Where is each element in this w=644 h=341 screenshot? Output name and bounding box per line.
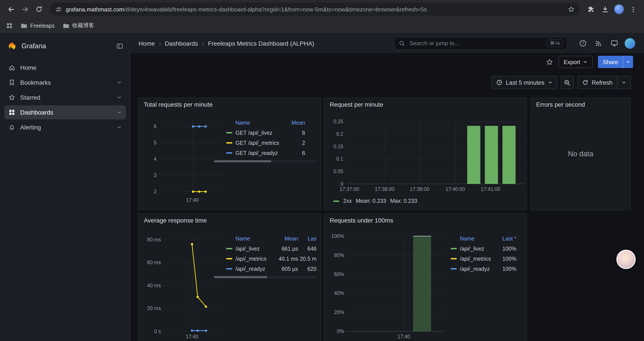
svg-text:0 s: 0 s (154, 328, 161, 334)
panel-title[interactable]: Request per minute (330, 101, 383, 108)
downloads-button[interactable] (598, 3, 612, 16)
svg-text:0.15: 0.15 (334, 144, 343, 149)
news-button[interactable] (592, 37, 604, 49)
legend-row[interactable]: /api/_readyz 605 µs 620 (226, 264, 316, 274)
scrollbar-thumb[interactable] (214, 276, 267, 278)
legend-col-last[interactable]: Last * (494, 236, 516, 242)
time-range-picker[interactable]: Last 5 minutes (492, 76, 557, 89)
folder-icon (62, 22, 69, 29)
chevron-down-icon (622, 80, 626, 85)
browser-profile-button[interactable] (612, 3, 626, 16)
legend-row[interactable]: GET /api/_livez 6 (226, 128, 305, 138)
panel-title[interactable]: Requests under 100ms (330, 217, 393, 224)
sidebar-item-starred[interactable]: Starred (4, 90, 126, 104)
browser-back-button[interactable] (4, 3, 18, 16)
legend-line[interactable]: 2xx Mean: 0.233 Max: 0.233 (333, 198, 417, 204)
series-name[interactable]: /api/_livez (460, 245, 484, 252)
series-name[interactable]: GET /api/_livez (236, 130, 272, 136)
refresh-button[interactable]: Refresh (577, 76, 631, 89)
request-rate-chart[interactable]: 00.050.10.150.20.2517:37:0017:38:0017:39… (328, 115, 525, 198)
share-button[interactable]: Share (598, 56, 633, 68)
legend-row[interactable]: /api/_livez 100% (451, 244, 516, 254)
screen: grafana.mathmast.com/d/deytv4rwavabkb/fr… (0, 0, 644, 341)
series-name[interactable]: 2xx (343, 198, 352, 204)
bookmark-folder-freeleaps[interactable]: Freeleaps (20, 22, 54, 29)
favorite-dashboard-button[interactable] (546, 58, 553, 66)
svg-text:0: 0 (340, 181, 343, 187)
url-text: grafana.mathmast.com/d/deytv4rwavabkb/fr… (66, 6, 564, 13)
refresh-interval-button[interactable] (622, 80, 626, 85)
extensions-button[interactable] (584, 3, 598, 16)
search-box[interactable]: ⌘+k (394, 37, 568, 50)
sidebar-item-alerting[interactable]: Alerting (4, 120, 126, 134)
legend-row[interactable]: GET /api/_readyz 6 (226, 148, 305, 158)
breadcrumb-separator: › (159, 40, 161, 47)
apps-grid-button[interactable] (6, 22, 13, 29)
site-settings-icon[interactable] (55, 6, 62, 13)
address-bar[interactable]: grafana.mathmast.com/d/deytv4rwavabkb/fr… (50, 3, 580, 16)
url-domain: grafana.mathmast.com (66, 6, 124, 13)
legend-col-name[interactable]: Name (236, 236, 274, 242)
legend-col-mean[interactable]: Mean (274, 236, 298, 242)
user-menu-button[interactable] (624, 37, 636, 49)
browser-reload-button[interactable] (32, 3, 46, 16)
legend-row[interactable]: /api/_livez 661 µs 646 (226, 244, 316, 254)
series-name[interactable]: /api/_metrics (460, 256, 491, 262)
no-data-message: No data (531, 98, 630, 210)
export-button[interactable]: Export (558, 56, 593, 68)
bookmark-folder-blogs[interactable]: 收藏博客 (62, 22, 94, 30)
legend-row[interactable]: /api/_readyz 100% (451, 264, 516, 274)
sidebar-nav: Home Bookmarks Starred Dashboards (4, 61, 126, 134)
legend-col-mean[interactable]: Mean (283, 120, 305, 126)
share-menu-button[interactable] (623, 56, 633, 68)
zoom-out-time-button[interactable] (560, 76, 574, 89)
legend-col-name[interactable]: Name (236, 120, 283, 126)
legend-row[interactable]: /api/_metrics 40.1 ms 20.5 m (226, 254, 316, 264)
chevron-down-icon (626, 60, 630, 64)
bookmark-star-icon[interactable] (568, 6, 575, 13)
legend-col-last[interactable]: Las (298, 236, 316, 242)
legend-row[interactable]: /api/_metrics 100% (451, 254, 516, 264)
panel-title[interactable]: Average response time (144, 217, 207, 224)
breadcrumb-home[interactable]: Home (138, 40, 155, 47)
svg-text:17:38:00: 17:38:00 (375, 186, 394, 192)
home-icon (8, 64, 15, 71)
under-100ms-chart[interactable]: 0%20%40%60%80%100%17:40 (328, 229, 451, 341)
series-name[interactable]: /api/_readyz (460, 266, 490, 272)
avg-response-chart[interactable]: 0 s20 ms40 ms60 ms80 ms17:40 (142, 229, 228, 341)
svg-text:17:40:00: 17:40:00 (446, 186, 465, 192)
series-name[interactable]: GET /api/_readyz (236, 150, 278, 156)
svg-text:2: 2 (154, 189, 156, 194)
browser-forward-button[interactable] (18, 3, 32, 16)
series-name[interactable]: GET /api/_metrics (236, 140, 279, 146)
grafana-logo[interactable] (7, 41, 17, 51)
floating-avatar[interactable] (616, 250, 636, 269)
legend-col-name[interactable]: Name (460, 236, 494, 242)
sidebar-item-dashboards[interactable]: Dashboards (4, 105, 126, 119)
series-mean: 2 (283, 140, 305, 146)
svg-text:0.25: 0.25 (334, 119, 343, 124)
series-name[interactable]: /api/_metrics (236, 256, 266, 262)
refresh-icon (582, 80, 588, 86)
browser-menu-button[interactable] (626, 3, 640, 16)
collapse-sidebar-button[interactable] (116, 43, 123, 50)
url-path: /d/deytv4rwavabkb/freeleaps-metrics-dash… (124, 6, 427, 13)
svg-text:6: 6 (154, 124, 156, 129)
help-button[interactable]: ? (576, 37, 589, 49)
refresh-label: Refresh (592, 79, 612, 86)
svg-text:?: ? (582, 41, 584, 46)
search-input[interactable] (408, 40, 543, 47)
panel-title[interactable]: Total requests per minute (144, 101, 212, 108)
svg-text:0.2: 0.2 (336, 131, 343, 137)
scrollbar-thumb[interactable] (214, 160, 271, 162)
total-requests-chart[interactable]: 2345617:40 (142, 113, 225, 208)
legend-row[interactable]: GET /api/_metrics 2 (226, 138, 305, 148)
sidebar-item-bookmarks[interactable]: Bookmarks (4, 76, 126, 90)
display-button[interactable] (608, 37, 620, 49)
sidebar-item-home[interactable]: Home (4, 61, 126, 75)
series-name[interactable]: /api/_livez (236, 245, 260, 252)
series-name[interactable]: /api/_readyz (236, 266, 265, 272)
legend-table: Name Mean Las /api/_livez 661 µs 646 /ap… (226, 234, 316, 274)
breadcrumb-dashboards[interactable]: Dashboards (165, 40, 198, 47)
svg-text:3: 3 (154, 172, 156, 178)
